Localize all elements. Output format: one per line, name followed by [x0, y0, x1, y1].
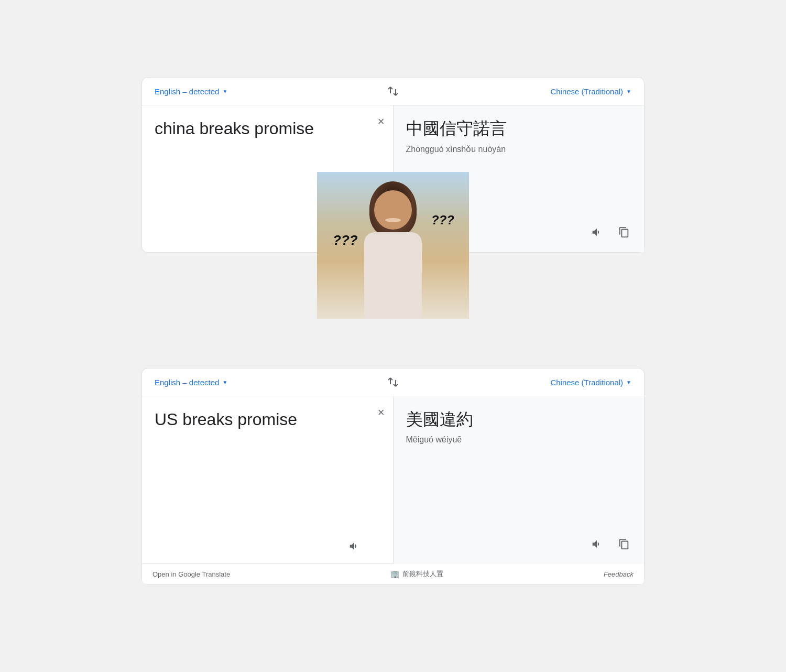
- source-lang-button-2[interactable]: English – detected ▼: [155, 378, 227, 387]
- panel-actions-2: [587, 530, 634, 556]
- swap-icon-2: [387, 376, 399, 388]
- target-lang-label-1: Chinese (Traditional): [550, 87, 623, 96]
- source-text-1: china breaks promise: [155, 118, 365, 140]
- feedback-link[interactable]: Feedback: [604, 570, 634, 578]
- clear-icon-2: ×: [378, 406, 385, 419]
- copy-button-1[interactable]: [615, 223, 634, 242]
- meme-image-overlay: ??? ???: [317, 172, 469, 319]
- target-lang-arrow-1: ▼: [626, 89, 631, 94]
- source-actions-2: [345, 537, 364, 556]
- clear-button-2[interactable]: ×: [378, 407, 385, 418]
- content-row-2: US breaks promise × 美國違約 Měiguó wéiyuē: [142, 396, 644, 564]
- source-panel-2: US breaks promise ×: [142, 396, 394, 564]
- target-lang-button-2[interactable]: Chinese (Traditional) ▼: [550, 378, 631, 387]
- translated-romanized-1: Zhōngguó xìnshǒu nuòyán: [406, 144, 632, 154]
- target-listen-button-1[interactable]: [587, 223, 606, 242]
- lang-bar-2: English – detected ▼ Chinese (Traditiona…: [142, 368, 644, 396]
- translated-main-2: 美國違約: [406, 409, 632, 431]
- target-lang-arrow-2: ▼: [626, 380, 631, 385]
- translate-card-2: English – detected ▼ Chinese (Traditiona…: [141, 368, 645, 584]
- footer-brand: 🏢 前鏡科技人置: [390, 569, 443, 579]
- swap-center-2: [387, 376, 399, 388]
- swap-button-1[interactable]: [387, 85, 399, 97]
- speaker-icon-target-2: [591, 538, 603, 550]
- source-lang-arrow-2: ▼: [222, 380, 227, 385]
- target-listen-button-2[interactable]: [587, 535, 606, 554]
- swap-button-2[interactable]: [387, 376, 399, 388]
- copy-icon-2: [618, 538, 630, 550]
- source-lang-label-2: English – detected: [155, 378, 219, 387]
- source-lang-arrow-1: ▼: [222, 89, 227, 94]
- target-lang-right-2: Chinese (Traditional) ▼: [399, 378, 631, 387]
- source-lang-left-1: English – detected ▼: [155, 87, 387, 96]
- swap-icon-1: [387, 85, 399, 97]
- source-lang-left-2: English – detected ▼: [155, 378, 387, 387]
- translate-card-1: English – detected ▼ Chinese (Traditiona…: [141, 77, 645, 253]
- meme-q-right: ???: [431, 213, 454, 227]
- source-listen-button-2[interactable]: [345, 537, 364, 556]
- swap-center-1: [387, 85, 399, 97]
- copy-icon-1: [618, 226, 630, 238]
- target-lang-button-1[interactable]: Chinese (Traditional) ▼: [550, 87, 631, 96]
- target-lang-right-1: Chinese (Traditional) ▼: [399, 87, 631, 96]
- target-panel-2: 美國違約 Měiguó wéiyuē: [394, 396, 645, 564]
- meme-image: ??? ???: [317, 172, 469, 319]
- source-lang-button-1[interactable]: English – detected ▼: [155, 87, 227, 96]
- clear-icon-1: ×: [378, 115, 385, 128]
- footer-brand-icon: 🏢: [390, 570, 399, 578]
- meme-q-left: ???: [333, 232, 358, 248]
- translated-main-1: 中國信守諾言: [406, 118, 632, 140]
- clear-button-1[interactable]: ×: [378, 116, 385, 127]
- copy-button-2[interactable]: [615, 535, 634, 554]
- target-lang-label-2: Chinese (Traditional): [550, 378, 623, 387]
- source-lang-label-1: English – detected: [155, 87, 219, 96]
- speaker-icon-source-2: [348, 540, 360, 552]
- translated-romanized-2: Měiguó wéiyuē: [406, 435, 632, 445]
- lang-bar-1: English – detected ▼ Chinese (Traditiona…: [142, 78, 644, 105]
- open-in-translate-link[interactable]: Open in Google Translate: [152, 570, 230, 578]
- speaker-icon-target-1: [591, 226, 603, 238]
- source-text-2: US breaks promise: [155, 409, 365, 431]
- footer-brand-text: 前鏡科技人置: [402, 569, 443, 579]
- panel-actions-1: [587, 219, 634, 244]
- footer-bar: Open in Google Translate 🏢 前鏡科技人置 Feedba…: [142, 563, 644, 584]
